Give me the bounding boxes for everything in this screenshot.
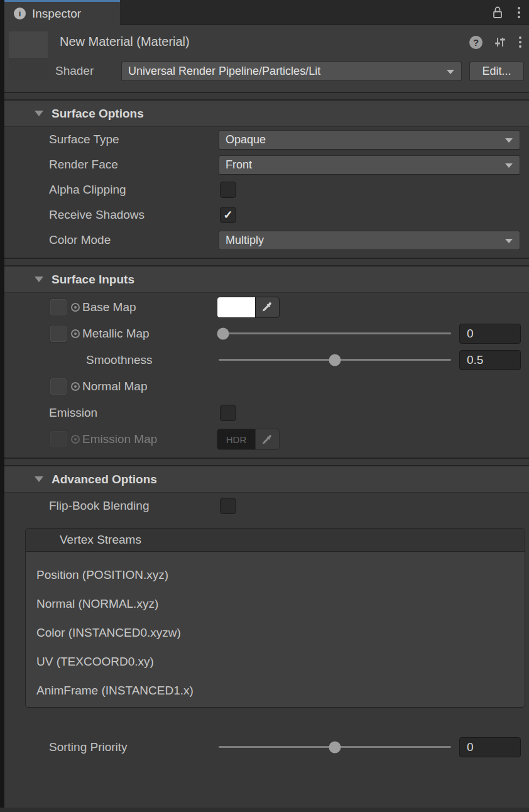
row-metallic-map: Metallic Map 0	[4, 321, 529, 347]
object-picker-icon[interactable]	[71, 303, 80, 312]
render-face-dropdown[interactable]: Front	[219, 155, 520, 175]
foldout-triangle-icon	[35, 277, 43, 282]
emission-color-group: HDR	[217, 429, 280, 450]
shader-label: Shader	[55, 64, 94, 78]
tab-bar: i Inspector	[4, 0, 529, 25]
emission-checkbox[interactable]	[220, 405, 236, 421]
alpha-clipping-label: Alpha Clipping	[49, 183, 126, 197]
object-picker-icon[interactable]	[71, 382, 80, 391]
separator	[4, 258, 529, 266]
base-map-color-group	[217, 297, 280, 318]
emission-map-texture-slot[interactable]	[50, 431, 67, 447]
chevron-down-icon	[505, 138, 513, 143]
eyedropper-button[interactable]	[255, 429, 279, 449]
alpha-clipping-checkbox[interactable]	[220, 182, 236, 198]
emission-map-label: Emission Map	[82, 432, 157, 446]
material-header: New Material (Material) ? Shader Univers…	[4, 25, 529, 92]
chevron-down-icon	[505, 239, 513, 243]
row-flip-book-blending: Flip-Book Blending	[4, 493, 529, 519]
foldout-triangle-icon	[35, 476, 43, 482]
row-normal-map: Normal Map	[4, 373, 529, 400]
eyedropper-icon	[262, 302, 273, 312]
hdr-badge: HDR	[226, 434, 247, 445]
section-title: Surface Inputs	[52, 273, 134, 287]
emission-hdr-swatch[interactable]: HDR	[217, 429, 255, 449]
panel-left-edge	[0, 0, 4, 812]
metallic-slider[interactable]	[219, 332, 451, 334]
row-smoothness: Smoothness 0.5	[4, 347, 529, 373]
metallic-map-label: Metallic Map	[82, 327, 150, 341]
object-picker-icon[interactable]	[71, 329, 80, 338]
help-icon[interactable]: ?	[469, 36, 483, 49]
metallic-map-texture-slot[interactable]	[50, 326, 67, 342]
shader-edit-button[interactable]: Edit...	[469, 62, 524, 81]
section-surface-inputs[interactable]: Surface Inputs	[4, 266, 529, 293]
sorting-priority-slider-knob[interactable]	[329, 741, 341, 753]
row-emission: Emission	[4, 400, 529, 426]
material-preview-thumbnail[interactable]	[9, 31, 48, 79]
row-receive-shadows: Receive Shadows ✓	[4, 202, 529, 228]
tab-label: Inspector	[32, 7, 81, 21]
eyedropper-icon	[262, 434, 273, 445]
section-advanced-options[interactable]: Advanced Options	[4, 466, 529, 493]
receive-shadows-checkbox[interactable]: ✓	[220, 207, 236, 223]
separator	[4, 92, 529, 101]
presets-icon[interactable]	[493, 36, 507, 48]
surface-type-dropdown[interactable]: Opaque	[219, 130, 520, 150]
vertex-stream-item[interactable]: Position (POSITION.xyz)	[26, 561, 525, 590]
separator	[4, 458, 529, 466]
sorting-priority-label: Sorting Priority	[49, 740, 128, 754]
vertex-stream-item[interactable]: AnimFrame (INSTANCED1.x)	[26, 676, 525, 705]
vertex-streams-header: Vertex Streams	[26, 529, 525, 552]
unlock-icon[interactable]	[491, 6, 504, 19]
color-mode-label: Color Mode	[49, 233, 111, 247]
context-menu-icon[interactable]	[518, 34, 523, 50]
row-alpha-clipping: Alpha Clipping	[4, 177, 529, 202]
section-surface-options[interactable]: Surface Options	[4, 101, 529, 127]
emission-label: Emission	[49, 406, 97, 420]
chevron-down-icon	[447, 70, 454, 74]
row-color-mode: Color Mode Multiply	[4, 228, 529, 253]
vertex-stream-item[interactable]: Color (INSTANCED0.xyzw)	[26, 618, 525, 647]
row-sorting-priority: Sorting Priority 0	[4, 734, 529, 760]
smoothness-label: Smoothness	[86, 353, 153, 367]
window-menu-icon[interactable]	[516, 4, 521, 21]
panel-bottom-edge	[0, 808, 529, 812]
object-picker-icon[interactable]	[71, 435, 80, 444]
row-emission-map: Emission Map HDR	[4, 426, 529, 453]
color-mode-dropdown[interactable]: Multiply	[219, 231, 520, 250]
smoothness-slider-knob[interactable]	[329, 354, 341, 366]
section-title: Advanced Options	[52, 473, 157, 486]
row-render-face: Render Face Front	[4, 152, 529, 177]
vertex-stream-item[interactable]: Normal (NORMAL.xyz)	[26, 590, 525, 618]
sorting-priority-value-field[interactable]: 0	[459, 737, 521, 757]
metallic-value-field[interactable]: 0	[459, 324, 521, 344]
row-base-map: Base Map	[4, 294, 529, 321]
row-surface-type: Surface Type Opaque	[4, 127, 529, 152]
surface-type-label: Surface Type	[49, 133, 119, 146]
flip-book-blending-label: Flip-Book Blending	[49, 499, 149, 513]
tab-inspector[interactable]: i Inspector	[4, 0, 120, 25]
base-map-label: Base Map	[82, 300, 136, 314]
metallic-slider-knob[interactable]	[217, 327, 229, 339]
base-map-color-swatch[interactable]	[217, 297, 255, 317]
material-title: New Material (Material)	[60, 35, 190, 49]
vertex-stream-item[interactable]: UV (TEXCOORD0.xy)	[26, 647, 525, 676]
eyedropper-button[interactable]	[255, 297, 279, 317]
render-face-label: Render Face	[49, 158, 118, 172]
receive-shadows-label: Receive Shadows	[49, 208, 145, 222]
vertex-streams-box: Vertex Streams Position (POSITION.xyz) N…	[25, 528, 525, 708]
normal-map-label: Normal Map	[82, 380, 147, 393]
smoothness-slider[interactable]	[219, 359, 451, 361]
chevron-down-icon	[505, 163, 513, 168]
smoothness-value-field[interactable]: 0.5	[459, 350, 521, 370]
flip-book-blending-checkbox[interactable]	[220, 498, 236, 514]
shader-dropdown[interactable]: Universal Render Pipeline/Particles/Lit	[121, 62, 462, 81]
sorting-priority-slider[interactable]	[219, 746, 451, 748]
info-icon: i	[14, 8, 26, 19]
shader-dropdown-value: Universal Render Pipeline/Particles/Lit	[128, 65, 320, 78]
section-title: Surface Options	[52, 107, 144, 121]
normal-map-texture-slot[interactable]	[50, 378, 67, 395]
check-icon: ✓	[223, 208, 232, 222]
base-map-texture-slot[interactable]	[50, 299, 67, 315]
